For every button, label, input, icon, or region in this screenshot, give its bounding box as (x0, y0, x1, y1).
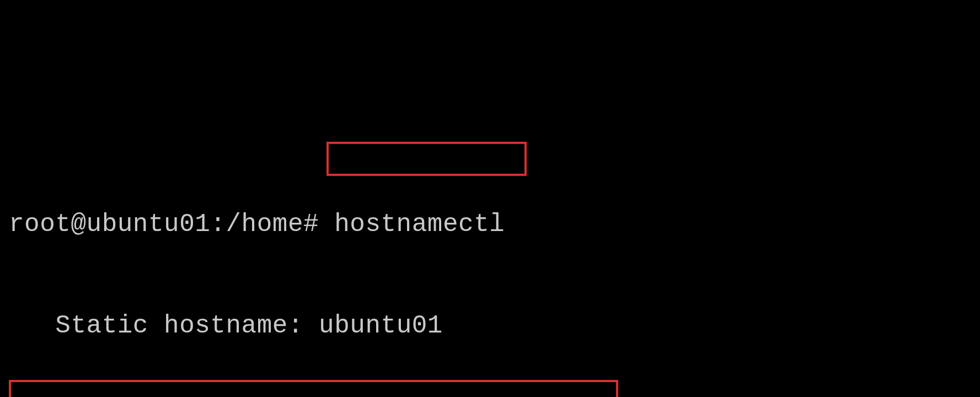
field-value: ubuntu01 (319, 312, 443, 340)
highlight-box-command (326, 142, 527, 176)
field-label: Static hostname: (9, 312, 303, 340)
prompt-line-1: root@ubuntu01:/home# hostnamectl (9, 208, 971, 242)
command-input: hostnamectl (334, 210, 505, 239)
highlight-box-os-line (9, 380, 618, 397)
output-row-static-hostname: Static hostname: ubuntu01 (9, 309, 971, 343)
terminal[interactable]: root@ubuntu01:/home# hostnamectl Static … (9, 141, 971, 397)
shell-prompt: root@ubuntu01:/home# (9, 210, 334, 239)
